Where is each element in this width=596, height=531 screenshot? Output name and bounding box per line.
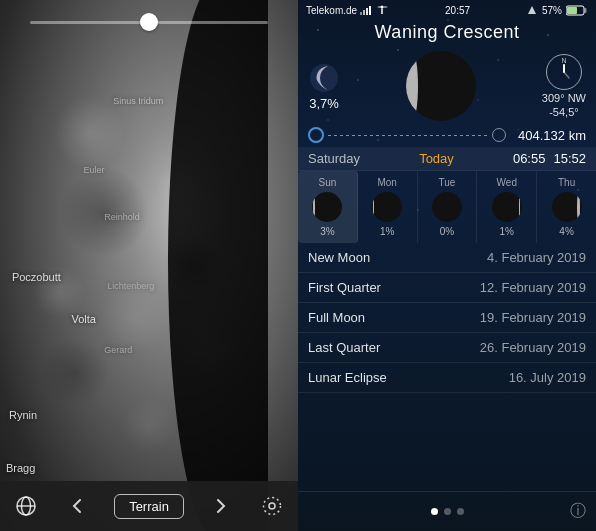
week-moon bbox=[372, 192, 402, 222]
event-name: Last Quarter bbox=[308, 340, 380, 355]
set-time: 15:52 bbox=[553, 151, 586, 166]
moon-disc bbox=[406, 51, 476, 121]
distance-row: 404.132 km bbox=[298, 125, 596, 147]
info-row: 3,7% N 309° NW -54,5° bbox=[298, 47, 596, 125]
week-moon bbox=[492, 192, 522, 222]
week-day-name: Tue bbox=[439, 177, 456, 188]
globe-icon[interactable] bbox=[12, 492, 40, 520]
info-icon[interactable]: ⓘ bbox=[570, 501, 586, 522]
svg-point-9 bbox=[381, 6, 384, 9]
settings-icon[interactable] bbox=[258, 492, 286, 520]
back-icon[interactable] bbox=[63, 492, 91, 520]
week-percent: 0% bbox=[440, 226, 454, 237]
event-date: 12. February 2019 bbox=[480, 280, 586, 295]
week-moon-lit bbox=[313, 192, 315, 222]
phase-percent: 3,7% bbox=[309, 96, 339, 111]
week-day-wed[interactable]: Wed1% bbox=[477, 171, 537, 243]
svg-point-3 bbox=[269, 503, 275, 509]
day-label: Saturday bbox=[308, 151, 360, 166]
time-pair: 06:55 15:52 bbox=[513, 151, 586, 166]
svg-line-17 bbox=[564, 72, 569, 78]
slider-thumb[interactable] bbox=[140, 13, 158, 31]
week-percent: 1% bbox=[500, 226, 514, 237]
week-day-name: Thu bbox=[558, 177, 575, 188]
phase-title-section: Waning Crescent bbox=[298, 20, 596, 47]
status-bar: Telekom.de 20:57 57% bbox=[298, 0, 596, 20]
slider-track[interactable] bbox=[30, 21, 268, 24]
forward-icon[interactable] bbox=[207, 492, 235, 520]
events-list: New Moon4. February 2019First Quarter12.… bbox=[298, 243, 596, 491]
week-day-tue[interactable]: Tue0% bbox=[418, 171, 478, 243]
week-moon bbox=[312, 192, 342, 222]
compass-circle: N bbox=[546, 54, 582, 90]
event-row-4[interactable]: Lunar Eclipse16. July 2019 bbox=[298, 363, 596, 393]
nav-dot-2[interactable] bbox=[444, 508, 451, 515]
event-date: 16. July 2019 bbox=[509, 370, 586, 385]
time-slider-container[interactable] bbox=[30, 12, 268, 32]
event-row-0[interactable]: New Moon4. February 2019 bbox=[298, 243, 596, 273]
orbit-sun bbox=[492, 128, 506, 142]
week-day-sun[interactable]: Sun3% bbox=[298, 171, 358, 243]
orbit-circle bbox=[308, 127, 324, 143]
week-day-name: Mon bbox=[377, 177, 396, 188]
svg-rect-6 bbox=[363, 10, 365, 15]
event-date: 19. February 2019 bbox=[480, 310, 586, 325]
orbit-dots bbox=[328, 135, 488, 136]
event-name: Lunar Eclipse bbox=[308, 370, 387, 385]
left-toolbar: Terrain bbox=[0, 481, 298, 531]
event-name: Full Moon bbox=[308, 310, 365, 325]
week-percent: 3% bbox=[320, 226, 334, 237]
angle-text: -54,5° bbox=[549, 106, 578, 118]
moon-disc-container bbox=[406, 51, 476, 121]
week-moon-lit bbox=[519, 192, 520, 222]
svg-rect-8 bbox=[369, 6, 371, 15]
status-carrier: Telekom.de bbox=[306, 5, 389, 16]
day-row: Saturday Today 06:55 15:52 bbox=[298, 147, 596, 170]
today-label: Today bbox=[419, 151, 454, 166]
week-percent: 1% bbox=[380, 226, 394, 237]
svg-marker-11 bbox=[528, 6, 536, 14]
moon-image: Poczobutt Volta Rynin Bragg Sinus Iridum… bbox=[0, 0, 298, 531]
compass-container: N 309° NW -54,5° bbox=[542, 54, 586, 118]
rise-time: 06:55 bbox=[513, 151, 546, 166]
waning-crescent-icon bbox=[308, 62, 340, 94]
event-row-1[interactable]: First Quarter12. February 2019 bbox=[298, 273, 596, 303]
status-right: 57% bbox=[526, 5, 588, 16]
moon-shadow bbox=[168, 0, 268, 531]
event-name: New Moon bbox=[308, 250, 370, 265]
week-day-thu[interactable]: Thu4% bbox=[537, 171, 596, 243]
week-percent: 4% bbox=[559, 226, 573, 237]
week-day-name: Sun bbox=[319, 177, 337, 188]
week-moon bbox=[552, 192, 582, 222]
week-day-name: Wed bbox=[497, 177, 517, 188]
event-row-3[interactable]: Last Quarter26. February 2019 bbox=[298, 333, 596, 363]
event-row-2[interactable]: Full Moon19. February 2019 bbox=[298, 303, 596, 333]
battery-text: 57% bbox=[542, 5, 562, 16]
week-moon bbox=[432, 192, 462, 222]
svg-point-4 bbox=[264, 498, 281, 515]
left-panel: Poczobutt Volta Rynin Bragg Sinus Iridum… bbox=[0, 0, 298, 531]
phase-title: Waning Crescent bbox=[308, 22, 586, 43]
week-moon-lit bbox=[577, 192, 580, 222]
direction-text: 309° NW bbox=[542, 92, 586, 104]
event-date: 26. February 2019 bbox=[480, 340, 586, 355]
svg-rect-14 bbox=[567, 7, 577, 14]
bottom-nav: ⓘ bbox=[298, 491, 596, 531]
svg-rect-7 bbox=[366, 8, 368, 15]
nav-dot-1[interactable] bbox=[431, 508, 438, 515]
event-name: First Quarter bbox=[308, 280, 381, 295]
carrier-text: Telekom.de bbox=[306, 5, 357, 16]
right-panel: Telekom.de 20:57 57% bbox=[298, 0, 596, 531]
event-date: 4. February 2019 bbox=[487, 250, 586, 265]
distance-text: 404.132 km bbox=[518, 128, 586, 143]
week-day-mon[interactable]: Mon1% bbox=[358, 171, 418, 243]
svg-rect-5 bbox=[360, 12, 362, 15]
svg-rect-13 bbox=[585, 8, 587, 13]
terrain-label: Terrain bbox=[129, 499, 169, 514]
phase-left-info: 3,7% bbox=[308, 62, 340, 111]
compass-north: N bbox=[561, 57, 566, 64]
nav-dot-3[interactable] bbox=[457, 508, 464, 515]
week-moon-lit bbox=[373, 192, 374, 222]
terrain-button[interactable]: Terrain bbox=[114, 494, 184, 519]
weekly-calendar: Sun3%Mon1%Tue0%Wed1%Thu4% bbox=[298, 170, 596, 243]
